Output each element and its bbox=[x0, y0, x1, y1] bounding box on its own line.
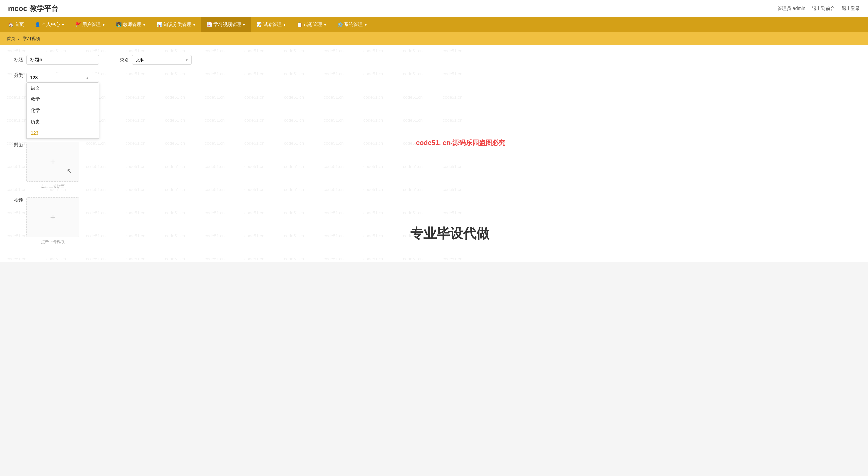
classify-current-value: 123 bbox=[30, 75, 38, 80]
category-select-wrapper: 文科 理科 工科 ▼ bbox=[132, 55, 192, 65]
dropdown-item-123[interactable]: 123 bbox=[27, 127, 99, 138]
classify-select-display[interactable]: 123 ▲ bbox=[26, 73, 99, 83]
classify-dropdown-container: 123 ▲ 语文 数学 化学 历史 123 bbox=[26, 73, 99, 83]
dropdown-item-shuxue[interactable]: 数学 bbox=[27, 94, 99, 105]
video-label: 视频 bbox=[13, 197, 23, 203]
nav-item-user-mgmt[interactable]: 🚩 用户管理 ▼ bbox=[70, 17, 111, 32]
admin-label: 管理员 admin bbox=[777, 6, 805, 11]
form-row-video: 视频 + 点击上传视频 bbox=[13, 197, 855, 245]
form-group-cover: 封面 + ↖ 点击上传封面 bbox=[13, 142, 79, 189]
nav-item-question-mgmt[interactable]: 📋 试题管理 ▼ bbox=[291, 17, 332, 32]
teacher-icon: 👨‍🏫 bbox=[116, 22, 122, 27]
logout-button[interactable]: 退出登录 bbox=[842, 6, 860, 11]
breadcrumb: 首页 / 学习视频 bbox=[0, 32, 868, 45]
logo: mooc 教学平台 bbox=[8, 4, 58, 13]
dropdown-item-yuwen[interactable]: 语文 bbox=[27, 83, 99, 94]
dropdown-item-huaxue[interactable]: 化学 bbox=[27, 105, 99, 116]
nav-item-exam-mgmt[interactable]: 📝 试卷管理 ▼ bbox=[251, 17, 292, 32]
form-row-classify: 分类 123 ▲ 语文 数学 化学 历史 123 bbox=[13, 73, 855, 83]
chevron-down-icon: ▼ bbox=[283, 23, 286, 27]
cover-upload-area[interactable]: + ↖ bbox=[26, 142, 79, 182]
category-label: 类别 bbox=[119, 57, 129, 63]
form-row-cover: 封面 + ↖ 点击上传封面 bbox=[13, 142, 855, 189]
title-input[interactable] bbox=[26, 55, 99, 65]
form-content: 标题 类别 文科 理科 工科 ▼ 分类 bbox=[0, 45, 868, 263]
cursor-icon: ↖ bbox=[67, 167, 72, 175]
chevron-up-icon: ▲ bbox=[86, 76, 89, 80]
cover-upload-label: 点击上传封面 bbox=[41, 184, 65, 189]
video-upload-section: + 点击上传视频 bbox=[26, 197, 79, 245]
form-group-classify: 分类 123 ▲ 语文 数学 化学 历史 123 bbox=[13, 73, 99, 83]
personal-icon: 👤 bbox=[35, 22, 40, 27]
question-icon: 📋 bbox=[297, 22, 302, 27]
chart-icon: 📊 bbox=[157, 22, 162, 27]
chevron-down-icon: ▼ bbox=[143, 23, 146, 27]
exam-icon: 📝 bbox=[256, 22, 262, 27]
cover-upload-section: + ↖ 点击上传封面 bbox=[26, 142, 79, 189]
plus-icon: + bbox=[50, 156, 56, 168]
form-group-video: 视频 + 点击上传视频 bbox=[13, 197, 79, 245]
video-icon: 📈 bbox=[207, 22, 212, 27]
classify-label: 分类 bbox=[13, 73, 23, 79]
flag-icon: 🚩 bbox=[75, 22, 81, 27]
dropdown-item-lishi[interactable]: 历史 bbox=[27, 116, 99, 127]
form-row-title: 标题 类别 文科 理科 工科 ▼ bbox=[13, 55, 855, 65]
title-label: 标题 bbox=[13, 57, 23, 63]
cover-label: 封面 bbox=[13, 142, 23, 148]
header-actions: 管理员 admin 退出到前台 退出登录 bbox=[777, 6, 860, 11]
home-icon: 🏠 bbox=[8, 22, 13, 27]
category-select[interactable]: 文科 理科 工科 bbox=[132, 55, 192, 65]
nav-bar: 🏠 首页 👤 个人中心 ▼ 🚩 用户管理 ▼ 👨‍🏫 教师管理 ▼ 📊 知识分类… bbox=[0, 17, 868, 32]
chevron-down-icon: ▼ bbox=[192, 23, 196, 27]
form-group-category: 类别 文科 理科 工科 ▼ bbox=[119, 55, 192, 65]
breadcrumb-current: 学习视频 bbox=[23, 36, 40, 41]
nav-item-teacher-mgmt[interactable]: 👨‍🏫 教师管理 ▼ bbox=[111, 17, 151, 32]
nav-item-personal[interactable]: 👤 个人中心 ▼ bbox=[29, 17, 70, 32]
chevron-down-icon: ▼ bbox=[242, 23, 246, 27]
nav-item-knowledge-mgmt[interactable]: 📊 知识分类管理 ▼ bbox=[151, 17, 201, 32]
nav-item-home[interactable]: 🏠 首页 bbox=[3, 17, 29, 32]
breadcrumb-home[interactable]: 首页 bbox=[7, 36, 15, 41]
breadcrumb-separator: / bbox=[19, 36, 20, 41]
chevron-down-icon: ▼ bbox=[323, 23, 327, 27]
system-icon: ⚙️ bbox=[337, 22, 343, 27]
classify-dropdown: 语文 数学 化学 历史 123 bbox=[26, 83, 99, 139]
plus-icon: + bbox=[50, 212, 56, 223]
nav-item-video-mgmt[interactable]: 📈 学习视频管理 ▼ bbox=[201, 17, 251, 32]
exit-front-button[interactable]: 退出到前台 bbox=[812, 6, 835, 11]
video-upload-label: 点击上传视频 bbox=[41, 239, 65, 245]
form-group-title: 标题 bbox=[13, 55, 99, 65]
nav-item-system-mgmt[interactable]: ⚙️ 系统管理 ▼ bbox=[332, 17, 373, 32]
chevron-down-icon: ▼ bbox=[61, 23, 65, 27]
top-header: mooc 教学平台 管理员 admin 退出到前台 退出登录 bbox=[0, 0, 868, 17]
video-upload-area[interactable]: + bbox=[26, 197, 79, 237]
main-content: code51.cncode51.cncode51.cncode51.cncode… bbox=[0, 45, 868, 263]
chevron-down-icon: ▼ bbox=[102, 23, 105, 27]
chevron-down-icon: ▼ bbox=[364, 23, 367, 27]
